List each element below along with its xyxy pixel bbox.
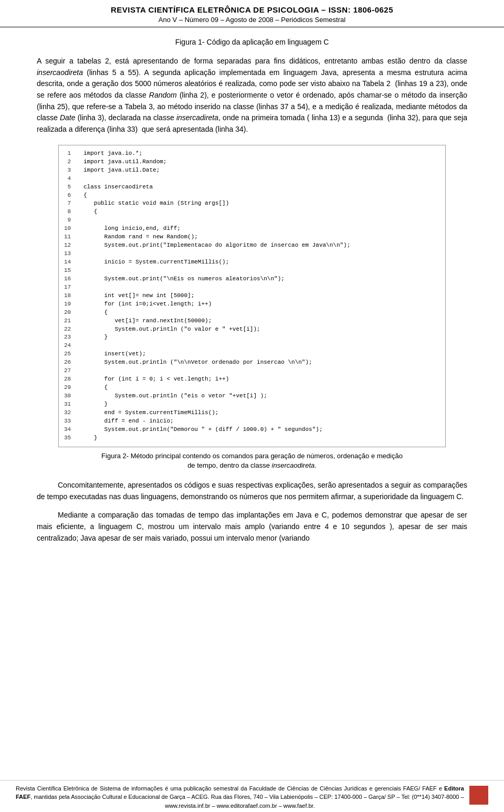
footer-text-block: Revista Científica Eletrônica de Sistema…: [16, 785, 464, 809]
main-content: Figura 1- Código da aplicação em linguag…: [0, 27, 504, 562]
paragraph-1: A seguir a tabelas 2, está apresentando …: [37, 56, 467, 135]
footer-links: www.revista.inf.br – www.editorafaef.com…: [16, 803, 464, 809]
italic-insercaodireta: insercaodireta: [272, 461, 315, 469]
italic-text-3: Date: [60, 113, 76, 122]
figure2-caption-line1: Figura 2- Método principal contendo os c…: [101, 452, 403, 460]
footer-main-text: Revista Científica Eletrônica de Sistema…: [16, 785, 464, 801]
italic-text-4: insercadireta: [176, 113, 218, 122]
code-block-container: 1 import java.io.*; 2 import java.util.R…: [58, 145, 446, 447]
footer-box: Revista Científica Eletrônica de Sistema…: [16, 785, 488, 809]
figure2-caption: Figura 2- Método principal contendo os c…: [37, 451, 467, 470]
code-block: 1 import java.io.*; 2 import java.util.R…: [59, 145, 445, 447]
paragraph-2: Concomitantemente, apresentados os códig…: [37, 480, 467, 502]
journal-title: REVISTA CIENTÍFICA ELETRÔNICA DE PSICOLO…: [0, 5, 504, 14]
paragraph-3: Mediante a comparação das tomadas de tem…: [37, 510, 467, 544]
page-footer: Revista Científica Eletrônica de Sistema…: [0, 780, 504, 812]
editora-bold: Editora FAEF: [16, 785, 464, 799]
figure1-title: Figura 1- Código da aplicação em linguag…: [37, 38, 467, 46]
figure2-caption-line2: de tempo, dentro da classe insercaodiret…: [187, 461, 317, 469]
footer-red-box: [469, 786, 488, 805]
journal-subtitle: Ano V – Número 09 – Agosto de 2008 – Per…: [0, 16, 504, 24]
italic-text-1: insercaodireta: [37, 68, 83, 77]
italic-text-2: Random: [149, 91, 177, 99]
page-header: REVISTA CIENTÍFICA ELETRÔNICA DE PSICOLO…: [0, 0, 504, 27]
